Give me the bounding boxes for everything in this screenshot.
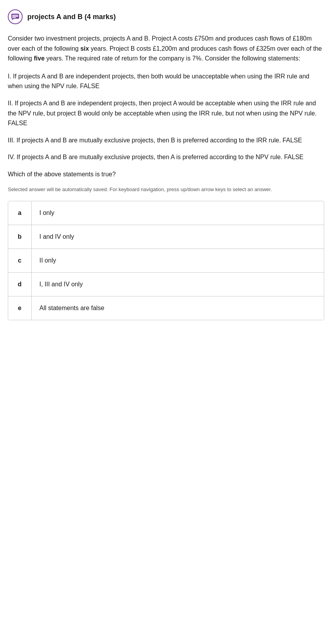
- statement-II-text: II. If projects A and B are independent …: [8, 98, 324, 128]
- option-c[interactable]: c II only: [8, 249, 324, 273]
- page-title: projects A and B (4 marks): [27, 13, 116, 21]
- answer-options-list: a I only b I and IV only c II only d I, …: [8, 201, 324, 320]
- which-statement-text: Which of the above statements is true?: [8, 171, 116, 177]
- option-a-letter: a: [8, 201, 32, 225]
- svg-marker-2: [11, 19, 14, 21]
- option-a[interactable]: a I only: [8, 201, 324, 225]
- option-e[interactable]: e All statements are false: [8, 296, 324, 320]
- option-e-letter: e: [8, 296, 32, 320]
- intro-bold-1: six: [80, 45, 89, 52]
- statement-I-text: I. If projects A and B are independent p…: [8, 71, 324, 91]
- statement-III-text: III. If projects A and B are mutually ex…: [8, 135, 324, 145]
- statement-I: I. If projects A and B are independent p…: [8, 71, 324, 91]
- question-intro: Consider two investment projects, projec…: [8, 34, 324, 64]
- option-b-letter: b: [8, 225, 32, 248]
- auto-save-note: Selected answer will be automatically sa…: [8, 186, 324, 193]
- statement-III: III. If projects A and B are mutually ex…: [8, 135, 324, 145]
- statement-IV-text: IV. If projects A and B are mutually exc…: [8, 152, 324, 162]
- question-header: projects A and B (4 marks): [8, 9, 324, 24]
- intro-text-3: years. The required rate of return for t…: [46, 55, 300, 62]
- chat-message-icon: [8, 9, 23, 24]
- option-b[interactable]: b I and IV only: [8, 225, 324, 249]
- statement-IV: IV. If projects A and B are mutually exc…: [8, 152, 324, 162]
- auto-save-text: Selected answer will be automatically sa…: [8, 186, 272, 192]
- option-d-text: I, III and IV only: [32, 273, 324, 296]
- option-a-text: I only: [32, 201, 324, 225]
- which-statement-prompt: Which of the above statements is true?: [8, 169, 324, 179]
- option-c-text: II only: [32, 249, 324, 272]
- option-d[interactable]: d I, III and IV only: [8, 273, 324, 296]
- option-c-letter: c: [8, 249, 32, 272]
- page-container: projects A and B (4 marks) Consider two …: [0, 0, 332, 336]
- intro-bold-2: five: [34, 55, 45, 62]
- option-d-letter: d: [8, 273, 32, 296]
- option-b-text: I and IV only: [32, 225, 324, 248]
- statement-II: II. If projects A and B are independent …: [8, 98, 324, 128]
- option-e-text: All statements are false: [32, 296, 324, 320]
